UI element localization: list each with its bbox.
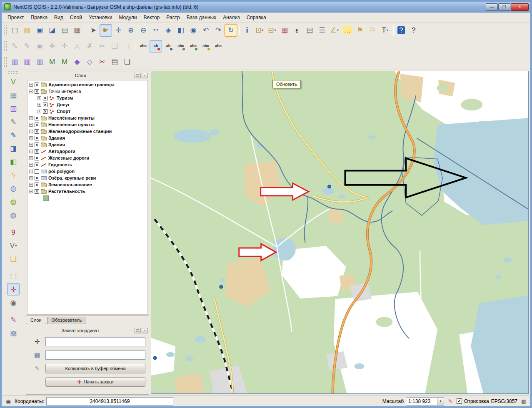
menu-item-11[interactable]: Справка xyxy=(243,13,270,22)
zoom-to-layer-button[interactable]: ◧ xyxy=(175,24,187,37)
capture-crs-icon[interactable]: ✛ xyxy=(32,337,42,347)
label-show-hide-button[interactable]: abc xyxy=(175,40,187,53)
layer-row[interactable]: +×Спорт xyxy=(27,108,147,115)
layer-row[interactable]: +×Гидросеть xyxy=(27,161,147,168)
toolbar-grip[interactable] xyxy=(4,25,7,35)
layer-checkbox[interactable]: × xyxy=(35,116,39,120)
vector-tool-split-button[interactable]: ◇ xyxy=(83,56,96,68)
capture-coordinate-input-2[interactable] xyxy=(45,350,145,360)
layer-label[interactable]: Административные границы xyxy=(48,82,115,87)
layer-row[interactable]: +×Железные дороги xyxy=(27,155,147,161)
menu-item-1[interactable]: Проект xyxy=(4,13,27,22)
layer-row[interactable]: +×Населённые пункты xyxy=(27,115,147,121)
embed-layers-button[interactable]: ❏ xyxy=(7,253,20,265)
layer-row[interactable]: +×Населённые пункты xyxy=(27,121,147,128)
menu-item-9[interactable]: База данных xyxy=(183,13,220,22)
save-project-button[interactable]: ▣ xyxy=(33,24,46,37)
crs-status-button[interactable]: ◍ xyxy=(520,397,528,405)
add-delimited-text-layer-button[interactable]: 9 xyxy=(7,226,20,238)
add-mssql-layer-button[interactable]: ◨ xyxy=(7,142,20,155)
minimize-button[interactable]: — xyxy=(486,3,498,11)
expander-icon[interactable]: + xyxy=(29,143,33,147)
label-settings-button[interactable]: ab xyxy=(150,40,162,53)
layer-label[interactable]: Туризм xyxy=(57,95,73,100)
result-viewer-2-button[interactable]: ❏ xyxy=(121,56,133,68)
node-tool-button[interactable]: ◬ xyxy=(71,40,83,53)
menu-item-4[interactable]: Слой xyxy=(67,13,85,22)
label-pin-unpin-button[interactable]: ab xyxy=(162,40,175,53)
close-button[interactable]: × xyxy=(511,3,529,11)
expander-icon[interactable]: + xyxy=(29,170,33,173)
start-capture-button[interactable]: ✛ Начать захват xyxy=(45,377,145,387)
layer-checkbox[interactable]: × xyxy=(43,96,47,100)
measure-button[interactable]: ∠▾ xyxy=(328,24,341,37)
layer-label[interactable]: Гидросеть xyxy=(48,162,72,167)
menu-item-5[interactable]: Установки xyxy=(85,13,115,22)
metasearch-tool-1-button[interactable]: М xyxy=(46,56,58,68)
add-feature-button[interactable]: ✚ xyxy=(46,40,58,53)
current-edits-button[interactable]: ✎ xyxy=(8,40,21,53)
dock-tab-Обозреватель[interactable]: Обозреватель xyxy=(47,317,87,324)
layer-row[interactable]: +×Туризм xyxy=(27,95,147,101)
add-vector-layer-button[interactable]: V xyxy=(7,75,20,88)
layer-row[interactable]: +×Досуг xyxy=(27,101,147,108)
zoom-next-button[interactable]: ↷ xyxy=(212,24,225,37)
layer-label[interactable]: Здания xyxy=(48,142,65,147)
expander-icon[interactable]: + xyxy=(29,176,33,180)
scale-combo[interactable]: 1:138 923 ▾ xyxy=(406,397,444,405)
expander-icon[interactable]: + xyxy=(37,96,41,100)
label-properties-button[interactable]: abc xyxy=(212,40,225,53)
layer-label[interactable]: Железнодорожные станции xyxy=(48,129,112,134)
zoom-out-button[interactable]: ⊖ xyxy=(137,24,150,37)
expander-icon[interactable]: + xyxy=(29,130,33,133)
copy-features-button[interactable]: ❏ xyxy=(108,40,121,53)
extents-toggle-button[interactable]: ◉ xyxy=(4,397,12,405)
label-move-button[interactable]: abc xyxy=(187,40,200,53)
menu-item-7[interactable]: Вектор xyxy=(140,13,163,22)
render-checkbox[interactable]: ✓ xyxy=(457,398,462,404)
scale-edit-icon[interactable]: ✎ xyxy=(446,397,455,405)
add-db2-layer-button[interactable]: ◧ xyxy=(7,155,20,168)
menu-item-10[interactable]: Анализ xyxy=(220,13,243,22)
layer-row[interactable]: +×Озёра, крупные реки xyxy=(27,175,147,181)
menu-item-2[interactable]: Правка xyxy=(27,13,51,22)
toolbar-grip[interactable] xyxy=(4,41,7,51)
layer-row[interactable]: +×Здания xyxy=(27,135,147,141)
select-features-button[interactable]: ⊡▾ xyxy=(253,24,266,37)
add-sap-layer-button[interactable]: ϟ xyxy=(7,169,20,181)
expander-icon[interactable]: − xyxy=(29,190,33,193)
layer-label[interactable]: Населённые пункты xyxy=(48,115,95,120)
save-project-as-button[interactable]: ◪ xyxy=(46,24,58,37)
capture-grid-icon[interactable]: ▦ xyxy=(32,350,42,360)
layer-label[interactable]: Здания xyxy=(48,135,65,140)
touch-zoom-pan-button[interactable]: ➤ xyxy=(87,24,100,37)
layer-label[interactable]: Населённые пункты xyxy=(48,122,95,127)
chevron-down-icon[interactable]: ▾ xyxy=(275,28,276,32)
zoom-full-button[interactable]: ◈ xyxy=(162,24,175,37)
pan-map-button[interactable]: ☛ xyxy=(100,24,112,37)
toolbar-grip[interactable] xyxy=(8,71,18,74)
osm-tool-export-button[interactable]: ▥ xyxy=(21,56,33,68)
layer-checkbox[interactable]: × xyxy=(35,136,39,140)
layer-row[interactable] xyxy=(27,195,147,201)
dxf-export-button[interactable]: ✎ xyxy=(7,313,20,326)
expander-icon[interactable]: + xyxy=(29,116,33,120)
copy-to-clipboard-button[interactable]: Копировать в буфер обмена xyxy=(45,364,145,373)
expander-icon[interactable]: − xyxy=(29,90,33,93)
heatmap-plugin-button[interactable]: ▨ xyxy=(7,327,20,339)
result-viewer-1-button[interactable]: ▤ xyxy=(108,56,121,68)
layer-row[interactable]: −×Точки интереса xyxy=(27,88,147,95)
menu-item-6[interactable]: Модули xyxy=(115,13,140,22)
layers-panel-header[interactable]: Слои ❐ × xyxy=(26,72,149,79)
layer-checkbox[interactable]: × xyxy=(35,149,39,154)
panel-close-button[interactable]: × xyxy=(142,73,148,78)
map-canvas[interactable] xyxy=(151,71,529,394)
vector-tool-clip-button[interactable]: ✂ xyxy=(96,56,108,68)
osm-tool-import-button[interactable]: ▥ xyxy=(8,56,21,68)
open-project-button[interactable]: ▨ xyxy=(21,24,33,37)
save-layer-edits-button[interactable]: ▣ xyxy=(33,40,46,53)
chevron-down-icon[interactable]: ▾ xyxy=(262,28,264,32)
add-wcs-layer-button[interactable]: ◍ xyxy=(7,195,20,208)
layer-row[interactable]: +poi-polygon xyxy=(27,168,147,175)
add-spatialite-layer-button[interactable]: ✎ xyxy=(7,115,20,128)
